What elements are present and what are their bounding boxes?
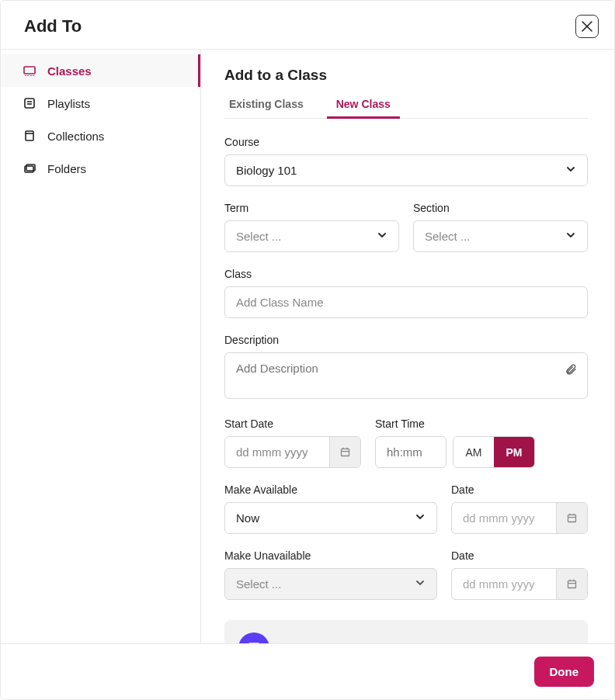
field-start-date: Start Date dd mmm yyyy xyxy=(224,418,361,468)
field-available-date: Date dd mmm yyyy xyxy=(451,483,588,534)
info-icon xyxy=(238,632,269,643)
row-make-unavailable: Make Unavailable Select ... Date dd mmm … xyxy=(224,549,588,615)
course-select-value: Biology 101 xyxy=(236,164,297,177)
section-select-placeholder: Select ... xyxy=(425,230,470,243)
make-available-value: Now xyxy=(236,511,259,525)
class-label: Class xyxy=(224,268,588,280)
unavailable-date-placeholder: dd mmm yyyy xyxy=(452,569,556,599)
main-title: Add to a Class xyxy=(224,67,588,84)
available-date-label: Date xyxy=(451,483,588,496)
field-make-unavailable: Make Unavailable Select ... xyxy=(224,549,437,600)
info-box: Enrolled users have access from their Cl… xyxy=(224,620,588,643)
field-make-available: Make Available Now xyxy=(224,483,437,534)
make-unavailable-placeholder: Select ... xyxy=(236,577,281,591)
term-select[interactable]: Select ... xyxy=(224,220,399,252)
field-class: Class xyxy=(224,268,588,318)
unavailable-date-input[interactable]: dd mmm yyyy xyxy=(451,568,588,600)
svg-rect-22 xyxy=(568,580,576,587)
chevron-down-icon xyxy=(565,164,576,177)
calendar-icon[interactable] xyxy=(329,437,360,467)
make-unavailable-select[interactable]: Select ... xyxy=(224,568,437,600)
dialog-header: Add To xyxy=(1,1,614,50)
start-date-placeholder: dd mmm yyyy xyxy=(225,437,329,467)
am-button[interactable]: AM xyxy=(453,437,494,467)
sidebar-item-label: Classes xyxy=(47,64,92,78)
add-to-dialog: Add To Classes xyxy=(0,0,615,700)
field-section: Section Select ... xyxy=(413,202,588,252)
description-label: Description xyxy=(224,334,588,346)
done-button[interactable]: Done xyxy=(534,657,595,687)
available-date-input[interactable]: dd mmm yyyy xyxy=(451,502,588,534)
folders-icon xyxy=(23,161,36,175)
dialog-title: Add To xyxy=(24,16,82,36)
row-term-section: Term Select ... Section Select ... xyxy=(224,202,588,268)
course-select[interactable]: Biology 101 xyxy=(224,154,588,186)
term-label: Term xyxy=(224,202,399,214)
unavailable-date-label: Date xyxy=(451,549,588,562)
tab-existing-class[interactable]: Existing Class xyxy=(224,98,308,118)
class-input[interactable] xyxy=(224,286,588,318)
main-panel: Add to a Class Existing Class New Class … xyxy=(201,50,614,643)
close-button[interactable] xyxy=(575,15,599,38)
tab-new-class[interactable]: New Class xyxy=(332,98,395,118)
available-date-placeholder: dd mmm yyyy xyxy=(452,503,556,533)
row-make-available: Make Available Now Date dd mmm yyyy xyxy=(224,483,588,549)
sidebar-item-playlists[interactable]: Playlists xyxy=(1,87,200,120)
section-select[interactable]: Select ... xyxy=(413,220,588,252)
row-start-date-time: Start Date dd mmm yyyy Start Time AM xyxy=(224,418,588,483)
field-term: Term Select ... xyxy=(224,202,399,252)
start-time-label: Start Time xyxy=(375,418,588,430)
ampm-toggle: AM PM xyxy=(453,436,535,468)
start-date-input[interactable]: dd mmm yyyy xyxy=(224,436,361,468)
attachment-icon[interactable] xyxy=(565,363,577,379)
svg-rect-10 xyxy=(26,131,33,140)
calendar-icon[interactable] xyxy=(556,569,587,599)
svg-rect-14 xyxy=(342,449,349,456)
svg-rect-2 xyxy=(24,67,35,74)
dialog-body: Classes Playlists Collec xyxy=(1,50,614,643)
sidebar-item-label: Collections xyxy=(47,130,104,143)
start-date-label: Start Date xyxy=(224,418,361,430)
sidebar-item-label: Playlists xyxy=(47,97,90,110)
pm-button[interactable]: PM xyxy=(494,437,534,467)
sidebar: Classes Playlists Collec xyxy=(1,50,201,643)
make-available-label: Make Available xyxy=(224,483,437,496)
svg-rect-7 xyxy=(25,99,34,108)
chevron-down-icon xyxy=(377,230,387,243)
svg-rect-18 xyxy=(568,515,576,522)
field-unavailable-date: Date dd mmm yyyy xyxy=(451,549,588,600)
collections-icon xyxy=(23,129,36,143)
section-label: Section xyxy=(413,202,588,214)
sidebar-item-label: Folders xyxy=(47,162,86,175)
description-input[interactable] xyxy=(224,352,588,399)
calendar-icon[interactable] xyxy=(556,503,587,533)
playlists-icon xyxy=(23,96,36,110)
tabs: Existing Class New Class xyxy=(224,98,588,119)
chevron-down-icon xyxy=(415,577,426,591)
course-label: Course xyxy=(224,136,588,148)
chevron-down-icon xyxy=(565,230,576,243)
dialog-footer: Done xyxy=(1,643,614,699)
close-icon xyxy=(582,21,592,32)
sidebar-item-classes[interactable]: Classes xyxy=(1,54,200,87)
chevron-down-icon xyxy=(415,511,426,525)
sidebar-item-folders[interactable]: Folders xyxy=(1,152,200,185)
sidebar-item-collections[interactable]: Collections xyxy=(1,120,200,152)
classes-icon xyxy=(23,64,36,78)
field-start-time: Start Time AM PM xyxy=(375,418,588,468)
field-course: Course Biology 101 xyxy=(224,136,588,186)
start-time-input[interactable] xyxy=(375,436,446,468)
make-available-select[interactable]: Now xyxy=(224,502,437,534)
term-select-placeholder: Select ... xyxy=(236,230,281,243)
field-description: Description xyxy=(224,334,588,402)
make-unavailable-label: Make Unavailable xyxy=(224,549,437,562)
